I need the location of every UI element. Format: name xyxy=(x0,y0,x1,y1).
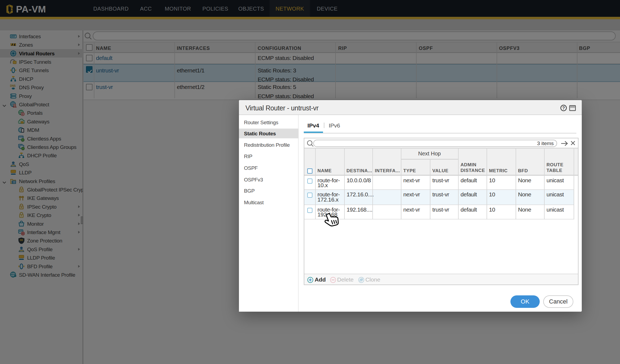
svg-text:?: ? xyxy=(562,106,565,110)
